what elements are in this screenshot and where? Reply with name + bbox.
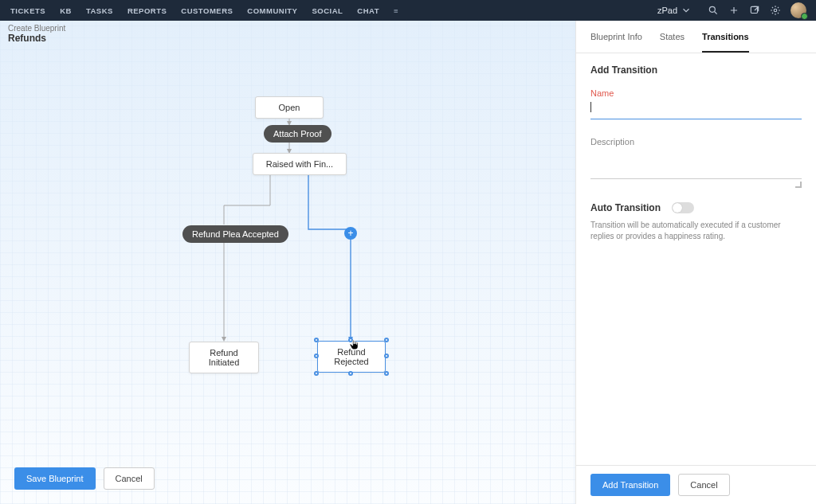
transition-plea-accepted[interactable]: Refund Plea Accepted: [182, 225, 288, 243]
add-icon[interactable]: [728, 5, 740, 16]
node-label: Open: [279, 103, 300, 112]
resize-handle-icon[interactable]: [384, 371, 389, 376]
blueprint-canvas[interactable]: Open Attach Proof Raised with Fin... Ref…: [0, 21, 575, 504]
resize-handle-icon[interactable]: [348, 371, 353, 376]
add-transition-dot[interactable]: +: [344, 227, 357, 240]
sidebar: Blueprint Info States Transitions Add Tr…: [575, 21, 816, 504]
pill-label: Refund Plea Accepted: [192, 229, 279, 239]
nav-social[interactable]: SOCIAL: [304, 6, 350, 15]
canvas-footer: Save Blueprint Cancel: [0, 459, 575, 504]
nav-icons: zPad: [651, 2, 806, 18]
tab-transitions[interactable]: Transitions: [702, 21, 749, 53]
transition-attach-proof[interactable]: Attach Proof: [264, 125, 332, 143]
node-raised-fin[interactable]: Raised with Fin...: [253, 153, 347, 175]
chevron-down-icon: [681, 5, 692, 16]
top-nav: TICKETS KB TASKS REPORTS CUSTOMERS COMMU…: [0, 0, 816, 21]
save-blueprint-button[interactable]: Save Blueprint: [14, 467, 96, 490]
node-open[interactable]: Open: [255, 96, 324, 119]
add-transition-button[interactable]: Add Transition: [590, 474, 670, 496]
resize-handle-icon[interactable]: [384, 338, 389, 342]
nav-chat[interactable]: CHAT: [350, 6, 386, 15]
search-icon[interactable]: [708, 5, 719, 16]
resize-handle-icon[interactable]: [314, 338, 319, 342]
svg-rect-1: [751, 6, 757, 13]
description-field-label: Description: [590, 137, 802, 147]
tab-blueprint-info[interactable]: Blueprint Info: [590, 21, 642, 53]
breadcrumb-parent[interactable]: Create Blueprint: [8, 24, 65, 33]
nav-community[interactable]: COMMUNITY: [240, 6, 304, 15]
avatar[interactable]: [790, 2, 806, 18]
auto-transition-label: Auto Transition: [590, 202, 661, 213]
node-refund-initiated[interactable]: Refund Initiated: [189, 342, 259, 373]
pointer-cursor-icon: [349, 338, 360, 351]
name-input[interactable]: [590, 101, 802, 119]
breadcrumb: Create Blueprint Refunds: [8, 24, 65, 44]
sidebar-footer: Add Transition Cancel: [576, 465, 816, 504]
resize-handle-icon[interactable]: [314, 354, 319, 358]
resize-handle-icon[interactable]: [314, 371, 319, 376]
cancel-transition-button[interactable]: Cancel: [678, 474, 729, 496]
sidebar-tabs: Blueprint Info States Transitions: [576, 21, 816, 53]
panel-title: Add Transition: [590, 64, 802, 76]
nav-kb[interactable]: KB: [53, 6, 79, 15]
node-label: Raised with Fin...: [266, 159, 333, 169]
brand-label: zPad: [657, 6, 677, 15]
nav-tickets[interactable]: TICKETS: [3, 6, 53, 15]
pill-label: Attach Proof: [273, 129, 322, 139]
nav-tasks[interactable]: TASKS: [79, 6, 120, 15]
connectors: [0, 21, 575, 504]
external-icon[interactable]: [749, 5, 760, 16]
nav-customers[interactable]: CUSTOMERS: [174, 6, 240, 15]
nav-links: TICKETS KB TASKS REPORTS CUSTOMERS COMMU…: [3, 6, 406, 15]
auto-transition-row: Auto Transition: [590, 202, 802, 213]
tab-states[interactable]: States: [660, 21, 685, 53]
resize-handle-icon[interactable]: [384, 354, 389, 358]
nav-more-icon[interactable]: ≡: [386, 6, 406, 15]
panel-body: Add Transition Name Description Auto Tra…: [576, 53, 816, 465]
gear-icon[interactable]: [770, 5, 781, 16]
name-field-label: Name: [590, 88, 802, 98]
nav-reports[interactable]: REPORTS: [120, 6, 174, 15]
main: Open Attach Proof Raised with Fin... Ref…: [0, 21, 816, 504]
description-input[interactable]: [590, 150, 802, 179]
brand-dropdown[interactable]: zPad: [651, 5, 698, 16]
cancel-button[interactable]: Cancel: [104, 467, 155, 490]
auto-transition-help: Transition will be automatically execute…: [590, 220, 802, 242]
svg-point-0: [709, 6, 715, 12]
page-title: Refunds: [8, 33, 65, 44]
auto-transition-toggle[interactable]: [672, 202, 694, 213]
node-label: Refund Initiated: [209, 348, 240, 367]
svg-point-2: [774, 9, 777, 12]
